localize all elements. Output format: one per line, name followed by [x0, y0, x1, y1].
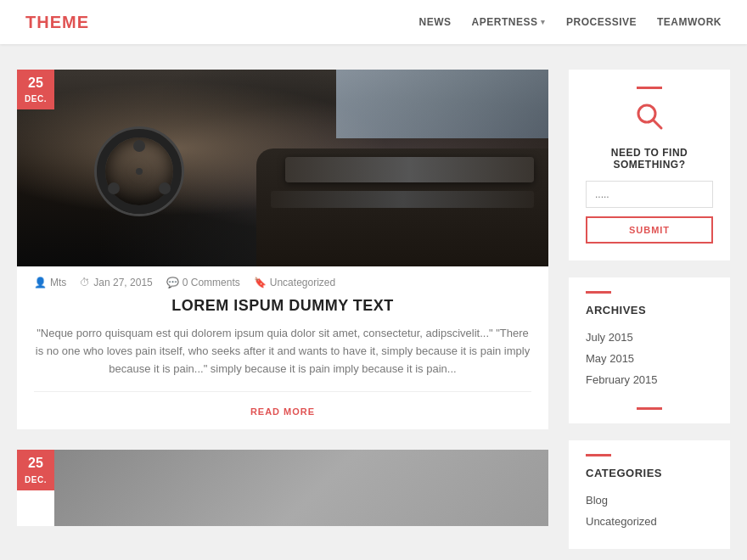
search-widget: NEED TO FIND SOMETHING? SUBMIT: [569, 70, 730, 260]
search-label: NEED TO FIND SOMETHING?: [586, 147, 713, 171]
search-input[interactable]: [586, 181, 713, 208]
read-more-link[interactable]: READ MORE: [250, 406, 315, 417]
categories-widget: CATEGORIES Blog Uncategorized: [569, 440, 730, 549]
sidebar: NEED TO FIND SOMETHING? SUBMIT ARCHIVES …: [569, 70, 730, 560]
post-card: 25 DEC. 👤 Mts ⏱: [17, 70, 548, 429]
search-divider-top: [637, 87, 662, 89]
meta-author: 👤 Mts: [34, 277, 66, 288]
categories-list: Blog Uncategorized: [586, 490, 713, 532]
read-more-section: READ MORE: [17, 392, 548, 429]
search-icon: [586, 101, 713, 138]
nav-item-apertness[interactable]: APERTNESS ▾: [472, 16, 546, 28]
archives-divider: [586, 291, 611, 294]
clock-icon: ⏱: [80, 277, 90, 288]
categories-title: CATEGORIES: [586, 467, 713, 479]
dash-detail: [285, 157, 534, 182]
main-container: 25 DEC. 👤 Mts ⏱: [0, 44, 747, 560]
post-date-badge: 25 DEC.: [17, 70, 54, 109]
bookmark-icon: 🔖: [254, 277, 267, 288]
post-title: LOREM ISPUM DUMMY TEXT: [17, 297, 548, 325]
comment-icon: 💬: [166, 277, 179, 288]
window-decoration: [336, 70, 548, 138]
post-date-badge-2: 25 DEC.: [17, 450, 54, 490]
dashboard-decoration: [256, 148, 548, 266]
chevron-down-icon: ▾: [541, 18, 546, 26]
post-day-2: 25: [17, 455, 54, 471]
steering-wheel-decoration: [97, 129, 182, 214]
post-month-2: DEC.: [25, 475, 47, 484]
post-image: [17, 70, 548, 266]
meta-comments: 💬 0 Comments: [166, 277, 240, 288]
post-meta: 👤 Mts ⏱ Jan 27, 2015 💬 0 Comments 🔖 Unca…: [17, 266, 548, 297]
svg-line-1: [653, 120, 661, 128]
archive-item-july[interactable]: July 2015: [586, 327, 713, 348]
search-submit-button[interactable]: SUBMIT: [586, 216, 713, 244]
category-item-uncategorized[interactable]: Uncategorized: [586, 511, 713, 532]
categories-divider: [586, 454, 611, 456]
archive-item-may[interactable]: May 2015: [586, 348, 713, 369]
nav-item-processive[interactable]: PROCESSIVE: [566, 16, 637, 28]
post-card-partial: 25 DEC.: [17, 450, 548, 526]
site-header: THEME NEWS APERTNESS ▾ PROCESSIVE TEAMWO…: [0, 0, 747, 44]
dash-detail2: [271, 191, 534, 208]
content-area: 25 DEC. 👤 Mts ⏱: [17, 70, 548, 560]
meta-date: ⏱ Jan 27, 2015: [80, 277, 152, 288]
meta-category: 🔖 Uncategorized: [254, 277, 335, 288]
site-logo[interactable]: THEME: [25, 13, 89, 32]
archives-title: ARCHIVES: [586, 304, 713, 316]
category-item-blog[interactable]: Blog: [586, 490, 713, 511]
post-excerpt: "Neque porro quisquam est qui dolorem ip…: [17, 325, 548, 391]
archive-item-february[interactable]: February 2015: [586, 369, 713, 390]
archives-list: July 2015 May 2015 February 2015: [586, 327, 713, 390]
post-day: 25: [17, 75, 54, 91]
nav-item-teamwork[interactable]: TEAMWORK: [657, 16, 722, 28]
archives-widget: ARCHIVES July 2015 May 2015 February 201…: [569, 277, 730, 423]
user-icon: 👤: [34, 277, 47, 288]
nav-item-news[interactable]: NEWS: [419, 16, 452, 28]
main-nav: NEWS APERTNESS ▾ PROCESSIVE TEAMWORK: [419, 16, 722, 28]
post-month: DEC.: [25, 94, 47, 104]
